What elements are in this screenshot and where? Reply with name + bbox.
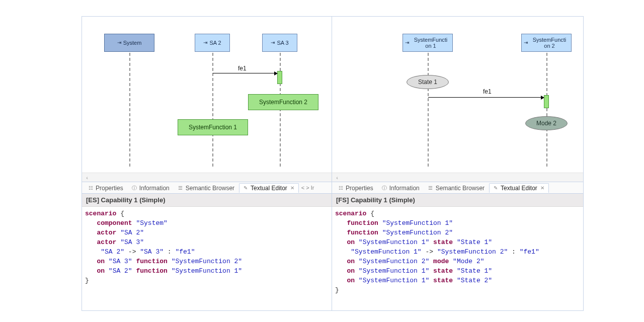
scroll-left-icon[interactable]: ‹ bbox=[82, 175, 92, 181]
tab-textual-editor[interactable]: ✎Textual Editor✕ bbox=[239, 183, 299, 193]
message-arrow[interactable] bbox=[213, 73, 277, 73]
info-icon: ⓘ bbox=[131, 185, 137, 191]
fs-diagram[interactable]: ⇥ SystemFuncti on 1 ⇥ SystemFuncti on 2 … bbox=[332, 17, 583, 173]
function-box-sf2[interactable]: SystemFunction 2 bbox=[248, 94, 318, 110]
tab-semantic-browser[interactable]: ☰Semantic Browser bbox=[174, 183, 238, 193]
browser-icon: ☰ bbox=[428, 185, 434, 191]
textual-editor-body[interactable]: scenario { component "System" actor "SA … bbox=[82, 207, 332, 310]
bottom-tabs: ☷Properties ⓘInformation ☰Semantic Brows… bbox=[82, 182, 332, 194]
message-arrow[interactable] bbox=[428, 97, 544, 98]
close-icon[interactable]: ✕ bbox=[289, 185, 295, 191]
browser-icon: ☰ bbox=[178, 185, 184, 191]
editor-title: [ES] Capability 1 (Simple) bbox=[82, 194, 332, 207]
tab-properties[interactable]: ☷Properties bbox=[84, 183, 127, 193]
lifeline bbox=[546, 53, 547, 167]
h-scrollbar[interactable]: ‹ bbox=[332, 173, 583, 182]
tab-semantic-browser[interactable]: ☰Semantic Browser bbox=[424, 183, 488, 193]
tab-truncated[interactable]: < > Ir bbox=[300, 184, 316, 192]
close-icon[interactable]: ✕ bbox=[539, 185, 545, 191]
right-pane: ⇥ SystemFuncti on 1 ⇥ SystemFuncti on 2 … bbox=[332, 17, 583, 310]
lifeline-head-sa3[interactable]: ⇥ SA 3 bbox=[262, 34, 297, 52]
lifeline bbox=[428, 53, 429, 167]
state-ellipse[interactable]: State 1 bbox=[407, 75, 449, 89]
execution-spec[interactable] bbox=[544, 95, 549, 108]
info-icon: ⓘ bbox=[381, 185, 387, 191]
left-pane: ⇥ System ⇥ SA 2 ⇥ SA 3 fe1 bbox=[82, 17, 332, 310]
tab-textual-editor[interactable]: ✎Textual Editor✕ bbox=[489, 183, 549, 193]
lifeline bbox=[212, 53, 213, 167]
workspace: ⇥ System ⇥ SA 2 ⇥ SA 3 fe1 bbox=[82, 16, 584, 311]
lifeline-head-sf1[interactable]: ⇥ SystemFuncti on 1 bbox=[403, 34, 453, 52]
properties-icon: ☷ bbox=[338, 185, 344, 191]
mode-ellipse[interactable]: Mode 2 bbox=[525, 116, 568, 130]
lifeline-head-system[interactable]: ⇥ System bbox=[104, 34, 154, 52]
scroll-left-icon[interactable]: ‹ bbox=[332, 175, 342, 181]
lifeline bbox=[129, 53, 130, 167]
actor-icon: ⇥ bbox=[524, 40, 528, 46]
lifeline-label: SA 3 bbox=[277, 40, 288, 46]
function-box-sf1[interactable]: SystemFunction 1 bbox=[178, 119, 248, 135]
properties-icon: ☷ bbox=[88, 185, 94, 191]
message-label: fe1 bbox=[483, 88, 492, 95]
tab-properties[interactable]: ☷Properties bbox=[334, 183, 377, 193]
lifeline-label: SystemFuncti on 2 bbox=[530, 37, 569, 49]
tab-information[interactable]: ⓘInformation bbox=[378, 183, 423, 193]
tab-information[interactable]: ⓘInformation bbox=[128, 183, 173, 193]
lifeline-label: SystemFuncti on 1 bbox=[411, 37, 450, 49]
lifeline-head-sa2[interactable]: ⇥ SA 2 bbox=[195, 34, 230, 52]
es-diagram[interactable]: ⇥ System ⇥ SA 2 ⇥ SA 3 fe1 bbox=[82, 17, 332, 173]
lifeline-label: System bbox=[123, 40, 142, 46]
textual-editor-body[interactable]: scenario { function "SystemFunction 1" f… bbox=[332, 207, 583, 310]
lifeline-head-sf2[interactable]: ⇥ SystemFuncti on 2 bbox=[521, 34, 572, 52]
h-scrollbar[interactable]: ‹ bbox=[82, 173, 332, 182]
actor-icon: ⇥ bbox=[405, 40, 409, 46]
message-label: fe1 bbox=[238, 65, 247, 72]
execution-spec[interactable] bbox=[277, 71, 282, 84]
editor-title: [FS] Capability 1 (Simple) bbox=[332, 194, 583, 207]
edit-icon: ✎ bbox=[493, 185, 499, 191]
actor-icon: ⇥ bbox=[117, 40, 121, 46]
actor-icon: ⇥ bbox=[203, 40, 207, 46]
edit-icon: ✎ bbox=[243, 185, 249, 191]
actor-icon: ⇥ bbox=[271, 40, 275, 46]
lifeline-label: SA 2 bbox=[209, 40, 221, 46]
bottom-tabs: ☷Properties ⓘInformation ☰Semantic Brows… bbox=[332, 182, 583, 194]
